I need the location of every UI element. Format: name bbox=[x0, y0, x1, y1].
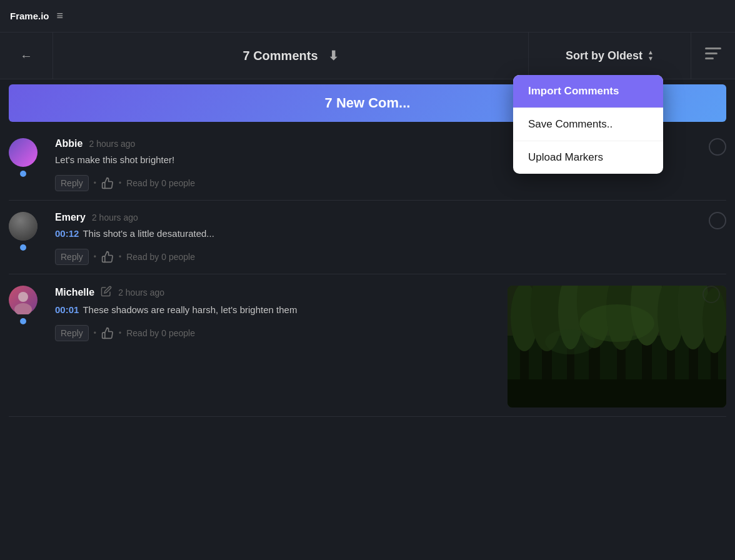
comment-checkbox[interactable] bbox=[709, 212, 726, 229]
top-bar: Frame.io ≡ bbox=[0, 0, 735, 32]
read-count: Read by 0 people bbox=[126, 328, 195, 338]
unread-dot bbox=[20, 171, 26, 177]
sort-label: Sort by Oldest bbox=[566, 49, 642, 62]
comment-time: 2 hours ago bbox=[118, 288, 164, 298]
filter-icon bbox=[705, 48, 721, 64]
comment-timestamp[interactable]: 00:12 bbox=[55, 228, 79, 239]
hamburger-icon[interactable]: ≡ bbox=[57, 9, 64, 22]
svg-rect-2 bbox=[705, 58, 714, 59]
download-icon[interactable]: ⬇ bbox=[328, 48, 339, 63]
comment-text: 00:01These shadows are really harsh, let… bbox=[55, 303, 501, 316]
svg-point-26 bbox=[545, 329, 595, 354]
comment-header: Michelle 2 hours ago bbox=[55, 286, 501, 299]
comment-actions: Reply • • Read by 0 people bbox=[55, 325, 501, 341]
dropdown-menu: Import Comments Save Comments.. Upload M… bbox=[513, 75, 663, 174]
svg-rect-1 bbox=[705, 52, 718, 54]
avatar bbox=[9, 286, 38, 314]
back-button[interactable]: ← bbox=[0, 32, 53, 79]
comment-author: Emery bbox=[55, 212, 86, 223]
unread-dot bbox=[20, 244, 26, 251]
comment-author: Abbie bbox=[55, 138, 82, 149]
comment-item: Emery 2 hours ago 00:12This shot's a lit… bbox=[9, 201, 726, 274]
like-button[interactable] bbox=[101, 327, 114, 339]
comment-checkbox[interactable] bbox=[709, 138, 726, 156]
svg-rect-27 bbox=[508, 379, 726, 408]
comment-item: Michelle 2 hours ago 00:01These shadows … bbox=[9, 274, 726, 417]
avatar-container bbox=[9, 138, 46, 167]
comment-thumbnail bbox=[508, 286, 726, 408]
unread-dot bbox=[20, 318, 26, 324]
dropdown-item-import[interactable]: Import Comments bbox=[513, 75, 663, 108]
read-count: Read by 0 people bbox=[126, 252, 195, 262]
action-dot: • bbox=[119, 329, 121, 338]
action-dot: • bbox=[94, 179, 96, 188]
dropdown-item-save[interactable]: Save Comments.. bbox=[513, 108, 663, 141]
app-title: Frame.io bbox=[10, 11, 49, 21]
comment-text: 00:12This shot's a little desaturated... bbox=[55, 227, 702, 240]
filter-button[interactable] bbox=[691, 32, 735, 79]
like-button[interactable] bbox=[101, 177, 114, 189]
comment-actions: Reply • • Read by 0 people bbox=[55, 175, 702, 191]
dropdown-item-upload[interactable]: Upload Markers bbox=[513, 141, 663, 174]
comment-checkbox[interactable] bbox=[702, 286, 720, 303]
svg-rect-0 bbox=[705, 48, 721, 49]
toolbar: ← 7 Comments ⬇ Sort by Oldest ▲ ▼ bbox=[0, 32, 735, 79]
avatar bbox=[9, 138, 38, 167]
action-dot: • bbox=[94, 252, 96, 261]
sort-button[interactable]: Sort by Oldest ▲ ▼ bbox=[529, 32, 691, 79]
comment-actions: Reply • • Read by 0 people bbox=[55, 249, 702, 265]
read-count: Read by 0 people bbox=[126, 178, 195, 188]
reply-button[interactable]: Reply bbox=[55, 249, 89, 265]
action-dot: • bbox=[119, 179, 121, 188]
action-dot: • bbox=[119, 252, 121, 261]
action-dot: • bbox=[94, 329, 96, 338]
avatar bbox=[9, 212, 38, 241]
svg-point-3 bbox=[18, 292, 28, 302]
avatar-container bbox=[9, 212, 46, 241]
sort-down-arrow: ▼ bbox=[648, 56, 654, 62]
svg-point-4 bbox=[14, 303, 32, 314]
comment-time: 2 hours ago bbox=[92, 212, 138, 222]
comments-count-label: 7 Comments bbox=[242, 49, 318, 63]
like-button[interactable] bbox=[101, 251, 114, 263]
comment-author: Michelle bbox=[55, 287, 94, 298]
new-comments-label: 7 New Com... bbox=[325, 95, 411, 111]
sort-arrows: ▲ ▼ bbox=[648, 49, 654, 62]
comment-body: Emery 2 hours ago 00:12This shot's a lit… bbox=[55, 212, 702, 265]
comment-time: 2 hours ago bbox=[89, 139, 135, 149]
edit-icon[interactable] bbox=[101, 286, 112, 299]
comments-count-section: 7 Comments ⬇ bbox=[53, 32, 529, 79]
comment-body: Michelle 2 hours ago 00:01These shadows … bbox=[55, 286, 501, 341]
reply-button[interactable]: Reply bbox=[55, 175, 89, 191]
avatar-container bbox=[9, 286, 46, 314]
comment-header: Emery 2 hours ago bbox=[55, 212, 702, 223]
reply-button[interactable]: Reply bbox=[55, 325, 89, 341]
comment-timestamp[interactable]: 00:01 bbox=[55, 304, 79, 315]
back-icon: ← bbox=[20, 49, 32, 63]
